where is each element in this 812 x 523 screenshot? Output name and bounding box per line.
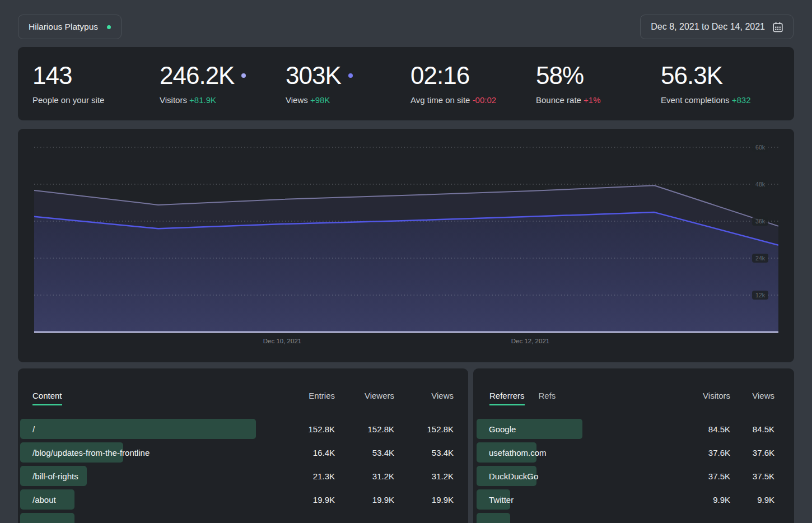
y-axis-tick: 36k: [752, 217, 768, 226]
site-name: Hilarious Platypus: [29, 22, 98, 32]
row-value: 37.5K: [686, 471, 730, 481]
traffic-chart: 12k24k36k48k60kDec 10, 2021Dec 12, 2021: [34, 129, 778, 362]
column-header-visitors: Visitors: [686, 391, 730, 400]
row-value: 19.9K: [276, 495, 335, 505]
content-rows: /152.8K152.8K152.8K/blog/updates-from-th…: [18, 419, 468, 523]
row-value: 19.9K: [335, 495, 394, 505]
row-value: 84.5K: [686, 424, 730, 434]
table-row-twitter[interactable]: Twitter9.9K9.9K: [477, 489, 774, 510]
stat-change: +98K: [310, 95, 330, 105]
stat-change: +1%: [584, 95, 600, 105]
stat-value: 56.3K: [661, 62, 722, 90]
row-label-cell: /bill-of-rights: [20, 466, 276, 486]
table-row-about[interactable]: /about19.9K19.9K19.9K: [20, 489, 454, 510]
stat-avg-time-on-site: 02:16Avg time on site -00:02: [410, 61, 536, 120]
row-label: /: [20, 424, 35, 434]
stat-label: Views +98K: [286, 95, 410, 105]
row-label-cell: DuckDuckGo: [477, 466, 686, 486]
stat-change: -00:02: [473, 95, 497, 105]
tab-refs[interactable]: Refs: [539, 391, 556, 405]
y-axis-tick: 12k: [752, 291, 768, 300]
table-row-row[interactable]: [477, 513, 774, 523]
row-label-cell: [20, 513, 276, 523]
row-value: 152.8K: [394, 424, 454, 434]
row-label-cell: Google: [477, 419, 686, 439]
row-label-cell: usefathom.com: [477, 442, 686, 463]
row-value: 53.4K: [394, 448, 454, 457]
table-row-google[interactable]: Google84.5K84.5K: [477, 419, 774, 439]
row-label-cell: Twitter: [477, 489, 686, 510]
x-axis-tick: Dec 10, 2021: [243, 338, 321, 344]
chart-series-dot: [241, 73, 246, 78]
row-label-cell: [477, 513, 686, 523]
row-value: 84.5K: [730, 424, 774, 434]
table-row-duckduckgo[interactable]: DuckDuckGo37.5K37.5K: [477, 466, 774, 486]
column-header-viewers: Viewers: [335, 391, 394, 400]
table-row-blog-updates-from-the-frontline[interactable]: /blog/updates-from-the-frontline16.4K53.…: [20, 442, 454, 463]
table-row-usefathom-com[interactable]: usefathom.com37.6K37.6K: [477, 442, 774, 463]
stat-value: 246.2K: [160, 62, 234, 90]
stat-label: Visitors +81.9K: [160, 95, 286, 105]
traffic-chart-svg: [34, 129, 778, 362]
stat-views[interactable]: 303KViews +98K: [286, 61, 410, 120]
x-axis-tick: Dec 12, 2021: [491, 338, 570, 344]
stat-visitors[interactable]: 246.2KVisitors +81.9K: [160, 61, 286, 120]
table-row-item[interactable]: /152.8K152.8K152.8K: [20, 419, 454, 439]
stat-label: People on your site: [32, 95, 160, 105]
referrers-tabs: ReferrersRefs: [489, 391, 686, 405]
row-value: 21.3K: [276, 471, 335, 481]
y-axis-tick: 24k: [752, 254, 768, 263]
referrers-panel: ReferrersRefs VisitorsViews Google84.5K8…: [473, 368, 794, 523]
stat-change: +832: [732, 95, 751, 105]
row-label-cell: /: [20, 419, 276, 439]
stat-value: 58%: [536, 62, 584, 90]
stat-value: 143: [32, 62, 72, 90]
row-label: /blog/updates-from-the-frontline: [20, 448, 150, 457]
stats-bar: 143People on your site 246.2KVisitors +8…: [18, 47, 794, 120]
date-range-label: Dec 8, 2021 to Dec 14, 2021: [651, 22, 765, 32]
stat-event-completions: 56.3KEvent completions +832: [661, 61, 794, 120]
row-value: 31.2K: [394, 471, 454, 481]
row-label: /bill-of-rights: [20, 471, 78, 481]
row-label: Twitter: [477, 495, 514, 505]
stat-label: Avg time on site -00:02: [410, 95, 536, 105]
stat-people-on-your-site: 143People on your site: [32, 61, 160, 120]
date-range-button[interactable]: Dec 8, 2021 to Dec 14, 2021: [640, 15, 794, 39]
row-value: 37.5K: [730, 471, 774, 481]
row-value: 152.8K: [276, 424, 335, 434]
y-axis-tick: 60k: [752, 143, 768, 152]
row-value: 16.4K: [276, 448, 335, 457]
row-value: 9.9K: [730, 495, 774, 505]
stat-label: Event completions +832: [661, 95, 794, 105]
calendar-icon: [773, 22, 783, 32]
row-value: 31.2K: [335, 471, 394, 481]
content-column-headers: EntriesViewersViews: [276, 391, 454, 400]
tab-referrers[interactable]: Referrers: [489, 391, 525, 405]
row-value: 37.6K: [686, 448, 730, 457]
row-value: 19.9K: [394, 495, 454, 505]
row-value: 9.9K: [686, 495, 730, 505]
stat-value: 02:16: [410, 62, 469, 90]
row-value: 53.4K: [335, 448, 394, 457]
row-label: /about: [20, 495, 56, 505]
stat-label: Bounce rate +1%: [536, 95, 661, 105]
stat-bounce-rate: 58%Bounce rate +1%: [536, 61, 661, 120]
row-label-cell: /blog/updates-from-the-frontline: [20, 442, 276, 463]
row-label: DuckDuckGo: [477, 471, 538, 481]
tab-content[interactable]: Content: [32, 391, 62, 405]
traffic-chart-card: 12k24k36k48k60kDec 10, 2021Dec 12, 2021: [18, 129, 794, 362]
column-header-views: Views: [394, 391, 454, 400]
stat-change: +81.9K: [189, 95, 216, 105]
column-header-views: Views: [730, 391, 774, 400]
referrers-column-headers: VisitorsViews: [686, 391, 774, 400]
table-row-bill-of-rights[interactable]: /bill-of-rights21.3K31.2K31.2K: [20, 466, 454, 486]
y-axis-tick: 48k: [752, 180, 768, 189]
row-label-cell: /about: [20, 489, 276, 510]
column-header-entries: Entries: [276, 391, 335, 400]
row-label: Google: [477, 424, 516, 434]
content-panel: Content EntriesViewersViews /152.8K152.8…: [18, 368, 468, 523]
row-value: 152.8K: [335, 424, 394, 434]
site-switcher-button[interactable]: Hilarious Platypus: [18, 15, 122, 39]
table-row-row[interactable]: [20, 513, 454, 523]
live-status-dot: [107, 25, 111, 29]
